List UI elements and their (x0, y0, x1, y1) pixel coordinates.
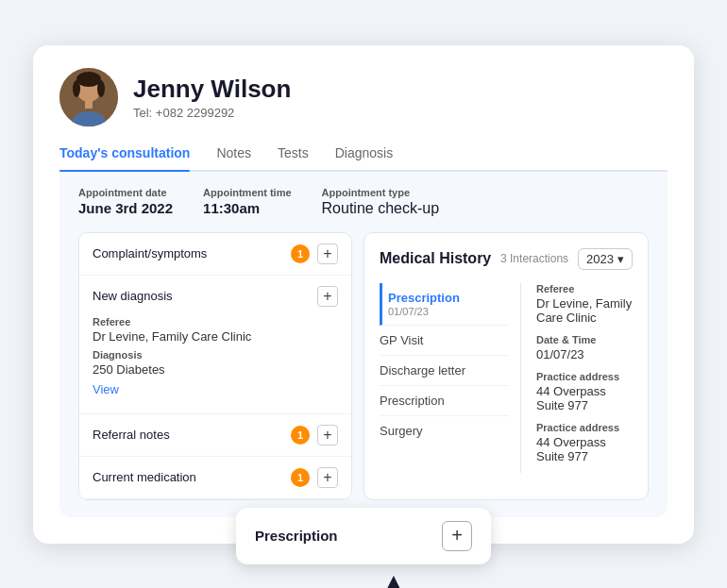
appointment-date-value: June 3rd 2022 (78, 200, 173, 216)
patient-tel: Tel: +082 2299292 (133, 106, 291, 120)
detail-datetime: Date & Time 01/07/23 (536, 334, 633, 361)
detail-referee-value: Dr Levine, Family Care Clinic (536, 296, 633, 325)
history-item-discharge[interactable]: Discharge letter (380, 356, 509, 386)
history-items: Prescription 01/07/23 GP Visit Discharge… (380, 283, 521, 473)
medical-history-panel: Medical History 3 Interactions 2023 ▾ Pr… (364, 232, 649, 500)
patient-info: Jenny Wilson Tel: +082 2299292 (133, 75, 291, 120)
diagnosis-label: Diagnosis (93, 349, 338, 361)
patient-name: Jenny Wilson (133, 75, 291, 104)
medical-history-controls: 3 Interactions 2023 ▾ (500, 248, 633, 270)
appointment-date-field: Appointment date June 3rd 2022 (78, 187, 173, 217)
chevron-down-icon: ▾ (617, 252, 624, 266)
appointment-time-label: Appointment time (203, 187, 292, 198)
history-list: Prescription 01/07/23 GP Visit Discharge… (380, 283, 633, 473)
plus-icon: + (451, 525, 463, 546)
detail-address1-label: Practice address (536, 371, 633, 382)
history-detail: Referee Dr Levine, Family Care Clinic Da… (521, 283, 633, 473)
detail-address2-value: 44 Overpass Suite 977 (536, 435, 633, 463)
appointment-time-value: 11:30am (203, 200, 292, 216)
tab-today[interactable]: Today's consultation (59, 145, 190, 170)
medical-history-title: Medical History (380, 250, 491, 267)
appointment-type-label: Appointment type (322, 187, 440, 198)
svg-point-4 (97, 80, 105, 97)
new-diagnosis-section: New diagnosis + (79, 276, 351, 312)
medication-badge: 1 (291, 468, 310, 487)
medication-actions: 1 + (291, 467, 338, 488)
detail-date-label: Date & Time (536, 334, 633, 345)
appointment-time-field: Appointment time 11:30am (203, 187, 292, 217)
medication-section: Current medication 1 + (79, 457, 351, 499)
diagnosis-detail: Referee Dr Levine, Family Care Clinic Di… (79, 312, 351, 414)
detail-address1-value: 44 Overpass Suite 977 (536, 384, 633, 412)
history-item-date: 01/07/23 (388, 306, 509, 317)
prescription-bar: Prescription + (236, 508, 491, 564)
tab-tests[interactable]: Tests (278, 145, 309, 170)
referee-value: Dr Levine, Family Care Clinic (93, 329, 338, 344)
avatar (59, 68, 118, 126)
detail-address1: Practice address 44 Overpass Suite 977 (536, 371, 633, 412)
complaint-badge: 1 (291, 244, 310, 263)
tab-notes[interactable]: Notes (216, 145, 251, 170)
referee-label: Referee (93, 316, 338, 328)
history-item-prescription2[interactable]: Prescription (380, 386, 509, 416)
detail-referee: Referee Dr Levine, Family Care Clinic (536, 283, 633, 325)
new-diagnosis-label: New diagnosis (93, 289, 173, 303)
detail-date-value: 01/07/23 (536, 347, 633, 361)
svg-point-2 (76, 72, 101, 87)
tab-diagnosis[interactable]: Diagnosis (335, 145, 393, 170)
medication-label: Current medication (93, 470, 196, 484)
new-diagnosis-add-button[interactable]: + (317, 286, 338, 307)
appointment-type-value: Routine check-up (322, 200, 440, 217)
content-area: Appointment date June 3rd 2022 Appointme… (59, 172, 668, 517)
history-item-prescription1[interactable]: Prescription 01/07/23 (380, 283, 509, 326)
left-panel: Complaint/symptoms 1 + New diagnosis + R… (78, 232, 352, 500)
svg-rect-6 (85, 99, 93, 109)
referral-add-button[interactable]: + (317, 425, 338, 445)
svg-point-3 (73, 80, 80, 97)
year-value: 2023 (586, 252, 614, 266)
referral-badge: 1 (291, 426, 310, 445)
interactions-label: 3 Interactions (500, 252, 568, 265)
history-item-label: Prescription (380, 394, 509, 408)
detail-address2-label: Practice address (536, 422, 633, 433)
referral-actions: 1 + (291, 425, 338, 445)
history-item-label: Surgery (380, 424, 509, 438)
medication-add-button[interactable]: + (317, 467, 338, 488)
diagnosis-value: 250 Diabetes (93, 362, 338, 377)
year-select[interactable]: 2023 ▾ (578, 248, 633, 270)
appointment-type-field: Appointment type Routine check-up (322, 187, 440, 217)
new-diagnosis-actions: + (317, 286, 338, 307)
main-card: Jenny Wilson Tel: +082 2299292 Today's c… (33, 45, 694, 544)
complaint-label: Complaint/symptoms (93, 246, 207, 260)
prescription-label: Prescription (255, 528, 338, 544)
history-item-label: Prescription (388, 291, 509, 305)
history-item-label: Discharge letter (380, 363, 509, 378)
view-link[interactable]: View (93, 382, 338, 396)
complaint-section: Complaint/symptoms 1 + (79, 233, 351, 276)
referral-label: Referral notes (93, 428, 170, 442)
patient-header: Jenny Wilson Tel: +082 2299292 (59, 68, 668, 126)
history-item-surgery[interactable]: Surgery (380, 416, 509, 445)
cursor-arrow: ▲ (382, 568, 405, 589)
complaint-actions: 1 + (291, 244, 338, 264)
complaint-add-button[interactable]: + (317, 244, 338, 264)
appointment-row: Appointment date June 3rd 2022 Appointme… (78, 187, 649, 217)
history-item-gp[interactable]: GP Visit (380, 326, 509, 356)
prescription-add-button[interactable]: + (442, 521, 472, 551)
tab-bar: Today's consultation Notes Tests Diagnos… (59, 145, 668, 172)
medical-history-header: Medical History 3 Interactions 2023 ▾ (380, 248, 633, 270)
appointment-date-label: Appointment date (78, 187, 173, 198)
two-col-layout: Complaint/symptoms 1 + New diagnosis + R… (78, 232, 649, 500)
referral-section: Referral notes 1 + (79, 414, 351, 457)
detail-referee-label: Referee (536, 283, 633, 294)
detail-address2: Practice address 44 Overpass Suite 977 (536, 422, 633, 463)
history-item-label: GP Visit (380, 333, 509, 347)
